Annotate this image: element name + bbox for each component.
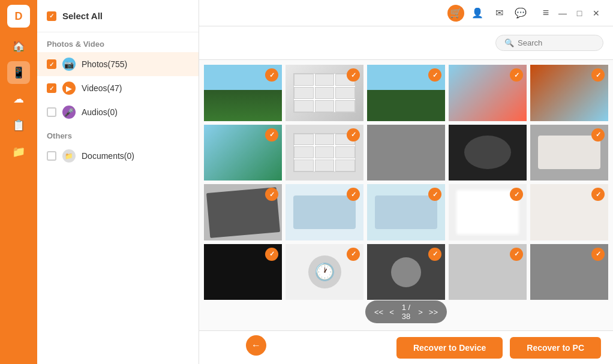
videos-icon: ▶	[62, 82, 76, 95]
photo-cell-7[interactable]	[367, 125, 445, 181]
photos-label: Photos(755)	[82, 59, 189, 69]
photos-item[interactable]: 📷 Photos(755)	[37, 52, 199, 76]
check-badge-2	[428, 68, 441, 82]
photo-cell-13[interactable]	[449, 184, 527, 240]
search-input[interactable]	[518, 38, 594, 47]
recover-to-device-button[interactable]: Recover to Device	[396, 337, 503, 359]
search-icon: 🔍	[504, 38, 514, 47]
photo-cell-12[interactable]	[367, 184, 445, 240]
photo-cell-15[interactable]	[204, 244, 282, 300]
documents-item[interactable]: 📁 Documents(0)	[37, 144, 199, 168]
recover-to-pc-button[interactable]: Recover to PC	[510, 337, 601, 359]
pagination-bar: << < 1 / 38 > >>	[365, 300, 447, 323]
page-info: 1 / 38	[398, 303, 414, 321]
chat-icon[interactable]: 💬	[512, 5, 529, 22]
select-all-label[interactable]: Select All	[62, 11, 103, 21]
documents-checkbox[interactable]	[47, 151, 56, 161]
check-badge-6	[347, 128, 360, 142]
photo-cell-19[interactable]	[530, 244, 608, 300]
check-badge-15	[265, 248, 278, 261]
search-box[interactable]: 🔍	[495, 35, 603, 51]
user-icon[interactable]: 👤	[469, 5, 486, 22]
photo-cell-8[interactable]	[449, 125, 527, 181]
mail-icon[interactable]: ✉	[491, 5, 507, 22]
close-button[interactable]: ✕	[589, 6, 603, 20]
sidebar-item-phone[interactable]: 📱	[7, 61, 30, 84]
sidebar: D 🏠 📱 ☁ 📋 📁	[0, 0, 37, 364]
main-area: 🛒 👤 ✉ 💬 ≡ — □ ✕ 🔍	[199, 0, 613, 364]
sidebar-item-report[interactable]: 📋	[7, 114, 30, 137]
photo-cell-18[interactable]	[449, 244, 527, 300]
photo-cell-1[interactable]	[286, 65, 363, 121]
minimize-button[interactable]: —	[555, 6, 570, 20]
photos-checkbox[interactable]	[47, 59, 56, 69]
logo-text: D	[15, 10, 23, 23]
main-toolbar: 🔍	[199, 26, 613, 60]
footer: ← Recover to Device Recover to PC	[199, 330, 613, 364]
select-all-checkbox[interactable]	[47, 11, 56, 21]
videos-item[interactable]: ▶ Videos(47)	[37, 76, 199, 100]
documents-label: Documents(0)	[82, 151, 189, 161]
photo-grid: 🕐 << < 1 / 38 > >>	[199, 60, 613, 330]
sidebar-item-home[interactable]: 🏠	[7, 35, 30, 58]
check-badge-14	[591, 188, 605, 201]
photo-cell-10[interactable]	[204, 184, 282, 240]
check-badge-19	[591, 248, 605, 261]
back-button[interactable]: ←	[246, 335, 266, 356]
sidebar-item-cloud[interactable]: ☁	[7, 88, 30, 110]
check-badge-5	[265, 128, 278, 142]
photo-cell-17[interactable]	[367, 244, 445, 300]
photo-cell-6[interactable]	[286, 125, 363, 181]
audios-item[interactable]: 🎤 Audios(0)	[37, 100, 199, 124]
check-badge-3	[510, 68, 523, 82]
check-badge-1	[347, 68, 360, 82]
photo-cell-0[interactable]	[204, 65, 282, 121]
check-badge-17	[428, 248, 441, 261]
photos-video-section-title: Photos & Video	[37, 32, 199, 52]
audios-checkbox[interactable]	[47, 107, 56, 117]
videos-checkbox[interactable]	[47, 83, 56, 93]
left-panel: Select All Photos & Video 📷 Photos(755) …	[37, 0, 199, 364]
photo-cell-5[interactable]	[204, 125, 282, 181]
check-badge-16	[347, 248, 360, 261]
check-badge-4	[591, 68, 605, 82]
check-badge-9	[591, 128, 605, 142]
photo-cell-16[interactable]: 🕐	[286, 244, 363, 300]
cart-icon[interactable]: 🛒	[447, 5, 464, 22]
select-all-header[interactable]: Select All	[37, 0, 199, 32]
menu-icon[interactable]: ≡	[539, 6, 553, 20]
photos-icon: 📷	[62, 58, 76, 71]
last-page-button[interactable]: >>	[427, 308, 440, 317]
app-logo[interactable]: D	[7, 5, 30, 28]
photo-cell-3[interactable]	[449, 65, 527, 121]
check-badge-18	[510, 248, 523, 261]
others-section-title: Others	[37, 124, 199, 144]
sidebar-item-files[interactable]: 📁	[7, 140, 30, 163]
audios-label: Audios(0)	[82, 107, 189, 117]
photo-cell-2[interactable]	[367, 65, 445, 121]
maximize-button[interactable]: □	[572, 6, 587, 20]
check-badge-0	[265, 68, 278, 82]
titlebar: 🛒 👤 ✉ 💬 ≡ — □ ✕	[199, 0, 613, 26]
documents-icon: 📁	[62, 149, 76, 163]
photo-cell-11[interactable]	[286, 184, 363, 240]
prev-page-button[interactable]: <	[387, 308, 396, 317]
first-page-button[interactable]: <<	[372, 308, 385, 317]
videos-label: Videos(47)	[82, 83, 189, 93]
photo-cell-9[interactable]	[530, 125, 608, 181]
photo-cell-4[interactable]	[530, 65, 608, 121]
photo-cell-14[interactable]	[530, 184, 608, 240]
audios-icon: 🎤	[62, 106, 76, 119]
next-page-button[interactable]: >	[416, 308, 425, 317]
